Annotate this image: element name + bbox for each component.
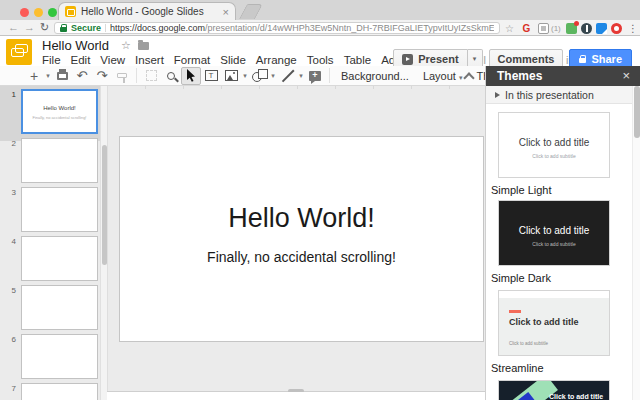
- themes-panel-title: Themes: [497, 69, 622, 83]
- insert-comment-button[interactable]: +: [305, 67, 325, 85]
- cursor-arrow-icon: [186, 69, 196, 82]
- theme-thumb-subtitle: Click to add subtitle: [499, 153, 609, 159]
- current-slide[interactable]: Hello World! Finally, no accidental scro…: [119, 136, 484, 342]
- slides-app-icon[interactable]: [6, 39, 32, 65]
- extension-g-icon[interactable]: G: [521, 23, 532, 34]
- theme-accent-dash: [509, 310, 521, 313]
- insert-line-button[interactable]: [277, 67, 297, 85]
- slide-number: 2: [0, 139, 16, 148]
- background-button[interactable]: Background...: [334, 70, 416, 82]
- select-tool-button[interactable]: [181, 67, 201, 85]
- slide-thumbnail-1[interactable]: Hello World! Finally, no accidental scro…: [21, 89, 98, 134]
- theme-thumb-title: Click to add title: [499, 225, 609, 236]
- menu-slide[interactable]: Slide: [220, 54, 246, 66]
- menu-edit[interactable]: Edit: [71, 54, 91, 66]
- slide-thumbnail-6[interactable]: [21, 334, 98, 379]
- theme-thumb-title: Click to add title: [499, 137, 609, 148]
- theme-thumb-title: Click to add title: [549, 393, 603, 400]
- new-slide-dropdown-icon[interactable]: ▾: [44, 72, 52, 80]
- slide-thumbnail-2[interactable]: [21, 138, 98, 183]
- filmstrip-scrollbar[interactable]: [100, 86, 107, 400]
- extension-blue-icon[interactable]: [596, 23, 607, 34]
- tab-close-icon[interactable]: ×: [223, 7, 229, 17]
- browser-tab[interactable]: Hello World - Google Slides ×: [58, 2, 236, 20]
- themes-panel: Themes × In this presentation Click to a…: [485, 66, 640, 400]
- theme-streamline-thumbnail[interactable]: Click to add title Click to add subtitle: [498, 290, 610, 356]
- address-bar[interactable]: Secure https://docs.google.com/presentat…: [54, 22, 500, 34]
- theme-thumb-subtitle: Click to add subtitle: [499, 241, 609, 247]
- slide-number: 6: [0, 335, 16, 344]
- document-title[interactable]: Hello World: [42, 38, 109, 53]
- chrome-menu-icon[interactable]: ⋮: [628, 22, 638, 35]
- window-minimize-button[interactable]: [34, 8, 43, 17]
- menu-arrange[interactable]: Arrange: [256, 54, 297, 66]
- in-this-presentation-section[interactable]: In this presentation: [486, 86, 640, 104]
- window-zoom-button[interactable]: [48, 8, 57, 17]
- extension-grey-icon[interactable]: [538, 23, 549, 34]
- menu-insert[interactable]: Insert: [135, 54, 164, 66]
- slide-number: 7: [0, 384, 16, 393]
- undo-button[interactable]: ↶: [72, 67, 92, 85]
- slide-title-text[interactable]: Hello World!: [120, 203, 483, 234]
- slide-thumbnail-5[interactable]: [21, 285, 98, 330]
- slide-number: 1: [0, 90, 16, 99]
- move-to-folder-icon[interactable]: [138, 42, 149, 50]
- slide-thumbnail-7[interactable]: [21, 383, 98, 400]
- menu-tools[interactable]: Tools: [307, 54, 334, 66]
- bookmark-star-icon[interactable]: ☆: [505, 22, 514, 35]
- toolbar: + ▾ ↶ ↷ T ▾ ▾ ▾ + Background... Layout ▾…: [0, 66, 485, 86]
- theme-simple-dark-thumbnail[interactable]: Click to add title Click to add subtitle: [498, 200, 610, 266]
- themes-scrollbar-thumb[interactable]: [634, 86, 640, 138]
- slide-number: 3: [0, 188, 16, 197]
- share-lock-icon: [579, 58, 586, 63]
- theme-simple-light-thumbnail[interactable]: Click to add title Click to add subtitle: [498, 112, 610, 178]
- extension-count-icon[interactable]: (1): [551, 23, 561, 34]
- forward-icon[interactable]: →: [24, 20, 35, 35]
- reload-icon[interactable]: ↻: [40, 20, 49, 35]
- secure-label: Secure: [71, 22, 101, 34]
- insert-shape-button[interactable]: [249, 67, 269, 85]
- new-slide-button[interactable]: +: [24, 67, 44, 85]
- slide-subtitle-text[interactable]: Finally, no accidental scrolling!: [120, 249, 483, 265]
- menu-file[interactable]: File: [42, 54, 61, 66]
- zoom-button[interactable]: [161, 67, 181, 85]
- slide-number: 5: [0, 286, 16, 295]
- tab-title: Hello World - Google Slides: [81, 6, 218, 17]
- themes-scrollbar[interactable]: [632, 86, 640, 400]
- toolbar-divider: [136, 68, 137, 83]
- ruler-ticks: [108, 86, 486, 89]
- redo-button[interactable]: ↷: [92, 67, 112, 85]
- back-icon[interactable]: ←: [8, 20, 19, 35]
- themes-panel-close-icon[interactable]: ×: [622, 70, 630, 82]
- omnibox-divider: [105, 24, 106, 32]
- theme-focus-thumbnail[interactable]: Click to add title: [498, 380, 610, 400]
- print-button[interactable]: [52, 67, 72, 85]
- page-url: https://docs.google.com/presentation/d/1…: [110, 22, 494, 34]
- speaker-notes-area[interactable]: [107, 392, 485, 400]
- menu-view[interactable]: View: [100, 54, 125, 66]
- image-icon: [225, 70, 238, 81]
- google-slides-window: Hello World - Google Slides × ← → ↻ Secu…: [0, 0, 640, 400]
- slide-thumbnail-3[interactable]: [21, 187, 98, 232]
- slide-number: 4: [0, 237, 16, 246]
- menu-table[interactable]: Table: [344, 54, 372, 66]
- paint-format-button[interactable]: [112, 67, 132, 85]
- menu-format[interactable]: Format: [174, 54, 210, 66]
- extension-green-icon[interactable]: [566, 23, 577, 34]
- insert-image-button[interactable]: [221, 67, 241, 85]
- section-label: In this presentation: [505, 89, 594, 101]
- new-tab-button[interactable]: [239, 4, 263, 19]
- layout-button[interactable]: Layout ▾: [416, 70, 470, 82]
- image-dropdown-icon[interactable]: ▾: [241, 72, 249, 80]
- star-document-icon[interactable]: ☆: [121, 39, 131, 52]
- shape-icon: [252, 69, 267, 82]
- text-box-button[interactable]: T: [201, 67, 221, 85]
- hide-menus-button[interactable]: [464, 71, 473, 80]
- slide-thumbnail-4[interactable]: [21, 236, 98, 281]
- zoom-to-fit-button[interactable]: [141, 67, 161, 85]
- shape-dropdown-icon[interactable]: ▾: [269, 72, 277, 80]
- extension-red-icon[interactable]: [611, 23, 622, 34]
- extension-dark-icon[interactable]: [581, 23, 592, 34]
- window-close-button[interactable]: [20, 8, 29, 17]
- line-dropdown-icon[interactable]: ▾: [297, 72, 305, 80]
